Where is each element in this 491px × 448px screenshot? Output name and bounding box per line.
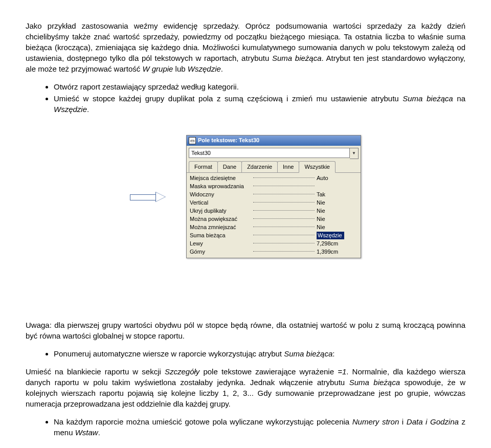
property-row[interactable]: Lewy7,298cm — [190, 239, 358, 248]
bullet-list-1: Otwórz raport zestawiający sprzedaż wedł… — [26, 81, 465, 115]
property-row[interactable]: Można powiększaćNie — [190, 215, 358, 223]
tab-zdarzenie[interactable]: Zdarzenie — [241, 161, 278, 172]
paragraph-instructions: Umieść na blankiecie raportu w sekcji Sz… — [26, 366, 465, 409]
paragraph-1: Jako przykład zastosowania weźmy ewidenc… — [26, 20, 465, 74]
arrow-icon — [130, 192, 166, 202]
window-icon: ▭ — [189, 137, 196, 144]
chevron-down-icon: ▼ — [352, 150, 356, 156]
tabs-bar: Format Dane Zdarzenie Inne Wszystkie — [187, 161, 361, 173]
bullet-item: Ponumeruj automatyczne wiersze w raporci… — [54, 348, 465, 359]
property-row[interactable]: Miejsca dziesiętneAuto — [190, 174, 358, 182]
object-selector-dropdown[interactable]: ▼ — [350, 148, 359, 159]
bullet-item: Na każdym raporcie można umieścić gotowe… — [54, 416, 465, 438]
window-title: Pole tekstowe: Tekst30 — [198, 137, 259, 144]
bullet-item: Otwórz raport zestawiający sprzedaż wedł… — [54, 81, 465, 92]
properties-body: Miejsca dziesiętneAuto Maska wprowadzani… — [187, 173, 361, 258]
property-row[interactable]: Górny1,399cm — [190, 248, 358, 256]
property-row[interactable]: Można zmniejszaćNie — [190, 223, 358, 231]
window-titlebar[interactable]: ▭ Pole tekstowe: Tekst30 — [187, 136, 361, 146]
bullet-list-2: Ponumeruj automatyczne wiersze w raporci… — [26, 348, 465, 359]
property-row[interactable]: Maska wprowadzania — [190, 182, 358, 190]
tab-inne[interactable]: Inne — [277, 161, 299, 172]
bullet-list-3: Na każdym raporcie można umieścić gotowe… — [26, 416, 465, 438]
property-row-suma-biezaca[interactable]: Suma bieżącaWszędzie — [190, 231, 358, 239]
tab-dane[interactable]: Dane — [217, 161, 242, 172]
tab-format[interactable]: Format — [189, 161, 218, 172]
properties-window: ▭ Pole tekstowe: Tekst30 ▼ Format Dane Z… — [186, 135, 361, 258]
property-row[interactable]: VerticalNie — [190, 198, 358, 207]
property-row[interactable]: WidocznyTak — [190, 190, 358, 198]
bullet-item: Umieść w stopce każdej grupy duplikat po… — [54, 93, 465, 115]
tab-wszystkie[interactable]: Wszystkie — [299, 161, 336, 173]
paragraph-uwaga: Uwaga: dla pierwszej grupy wartości obyd… — [26, 320, 465, 341]
property-row[interactable]: Ukryj duplikatyNie — [190, 207, 358, 215]
object-selector-input[interactable] — [189, 148, 350, 158]
